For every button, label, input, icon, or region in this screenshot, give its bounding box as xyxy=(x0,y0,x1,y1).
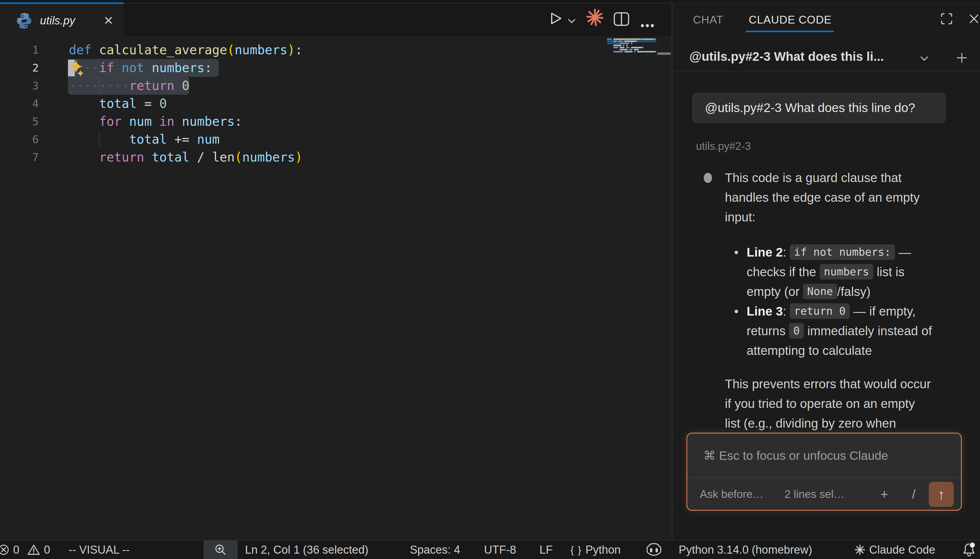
vim-mode-indicator[interactable]: -- VISUAL -- xyxy=(69,541,130,559)
minimap-token xyxy=(631,47,642,48)
cursor-position-indicator[interactable]: Ln 2, Col 1 (36 selected) xyxy=(245,541,368,559)
list-item-line: attempting to calculate xyxy=(747,341,969,361)
code-token: total xyxy=(99,96,136,111)
copilot-status[interactable] xyxy=(646,541,662,559)
tab-claude-code[interactable]: CLAUDE CODE xyxy=(749,14,831,26)
permission-mode-button[interactable]: Ask before… xyxy=(700,478,764,511)
code-token xyxy=(152,114,159,129)
problems-indicator[interactable]: 0 0 xyxy=(0,541,50,559)
code-token xyxy=(204,150,212,164)
warning-icon xyxy=(27,544,40,556)
tab-filename: utils.py xyxy=(40,14,75,27)
minimap-token xyxy=(629,49,632,50)
chat-text: This code is a guard clause that xyxy=(725,171,902,185)
selection-context-button[interactable]: 2 lines sel… xyxy=(785,478,845,511)
chat-text: list is xyxy=(873,265,905,279)
minimap-token xyxy=(636,41,637,42)
paragraph-line: if you tried to operate on an empty xyxy=(725,394,969,413)
line-number: 4 xyxy=(0,95,39,112)
session-selector[interactable]: @utils.py#2-3 What does this li... xyxy=(673,42,980,71)
list-item: •Line 3: return 0 — if empty,returns 0 i… xyxy=(685,301,969,361)
chat-text: returns xyxy=(747,324,789,338)
code-token: def xyxy=(69,43,99,57)
prompt-toolbar: Ask before… 2 lines sel… + / ↑ xyxy=(687,478,961,511)
minimap-token xyxy=(613,51,623,53)
chat-text: list (e.g., dividing by zero when xyxy=(725,416,896,430)
code-token xyxy=(137,96,144,111)
braces-icon: { } xyxy=(571,544,582,556)
paragraph-line: This prevents errors that would occur xyxy=(725,374,969,394)
python-interpreter-indicator[interactable]: Python 3.14.0 (homebrew) xyxy=(679,541,812,559)
minimap-selection xyxy=(607,42,620,45)
split-editor-icon[interactable] xyxy=(613,7,630,31)
chat-text: This prevents errors that would occur xyxy=(725,377,931,391)
session-dropdown-chevron-icon[interactable] xyxy=(919,53,930,65)
tab-utils-py[interactable]: utils.py ✕ xyxy=(0,2,124,38)
zoom-indicator[interactable] xyxy=(204,541,238,559)
language-mode-indicator[interactable]: { } Python xyxy=(571,541,621,559)
code-token: numbers xyxy=(152,61,204,75)
chat-text: /falsy) xyxy=(837,284,871,299)
list-bullet: • xyxy=(734,243,738,262)
paragraph-line: This code is a guard clause that xyxy=(725,168,969,188)
code-token: += xyxy=(174,132,190,147)
code-token xyxy=(114,61,122,75)
paragraph-line: input: xyxy=(725,207,969,227)
vscode-window: utils.py ✕ 1234567 xyxy=(0,0,980,559)
send-button[interactable]: ↑ xyxy=(929,482,954,507)
code-token xyxy=(152,96,159,111)
minimap-token xyxy=(623,45,624,46)
claude-asterisk-icon xyxy=(854,544,866,556)
more-actions-icon[interactable] xyxy=(640,14,655,38)
context-reference: utils.py#2-3 xyxy=(696,140,969,152)
list-item-line: empty (or None/falsy) xyxy=(747,282,969,301)
tab-chat[interactable]: CHAT xyxy=(693,14,723,26)
minimap[interactable] xyxy=(607,38,656,98)
user-message-bubble: @utils.py#2-3 What does this line do? xyxy=(692,93,946,123)
assistant-paragraph: This code is a guard clause thathandles … xyxy=(685,168,969,227)
tab-close-icon[interactable]: ✕ xyxy=(101,13,116,28)
inline-code-chip: 0 xyxy=(789,323,804,339)
claude-prompt-box[interactable]: ⌘ Esc to focus or unfocus Claude Ask bef… xyxy=(686,433,962,511)
chat-text: immediately instead of xyxy=(804,324,932,338)
code-token xyxy=(122,114,129,129)
maximize-panel-icon[interactable] xyxy=(940,12,954,27)
chat-text: checks if the xyxy=(747,265,819,279)
attach-button[interactable]: + xyxy=(881,478,888,511)
active-tab-underline xyxy=(746,31,834,32)
inline-code-chip: if not numbers: xyxy=(790,244,895,260)
code-editor[interactable]: 1234567 def calculate_average(numbers): … xyxy=(0,38,672,540)
error-count: 0 xyxy=(13,544,19,556)
line-number: 6 xyxy=(0,131,39,149)
claude-code-status[interactable]: Claude Code xyxy=(854,541,935,559)
encoding-indicator[interactable]: UTF-8 xyxy=(484,541,516,559)
code-token: ( xyxy=(235,150,242,164)
code-token: return xyxy=(99,150,144,164)
close-panel-icon[interactable] xyxy=(968,13,980,26)
warning-count: 0 xyxy=(44,544,50,556)
minimap-token xyxy=(620,43,629,44)
slash-command-button[interactable]: / xyxy=(912,478,915,511)
code-token xyxy=(167,132,174,147)
chat-text: — if empty, xyxy=(850,304,915,318)
eol-indicator[interactable]: LF xyxy=(540,541,553,559)
list-bullet: • xyxy=(734,301,738,321)
indent-guide xyxy=(99,131,99,147)
indentation-indicator[interactable]: Spaces: 4 xyxy=(410,541,460,559)
status-bar: 0 0 -- VISUAL -- Ln 2, Col 1 (36 selecte… xyxy=(0,540,980,559)
code-line: if not numbers: xyxy=(69,59,212,77)
run-dropdown-chevron-icon[interactable] xyxy=(566,9,578,33)
line-number: 7 xyxy=(0,149,39,166)
new-chat-icon[interactable] xyxy=(955,51,968,66)
minimap-token xyxy=(642,47,644,48)
code-token: len xyxy=(212,150,235,164)
code-token: 0 xyxy=(159,96,167,111)
code-token: numbers xyxy=(182,114,235,129)
claude-code-starburst-icon[interactable] xyxy=(585,5,605,29)
code-token: calculate_average xyxy=(99,43,227,57)
code-token xyxy=(144,150,152,164)
code-token: for xyxy=(99,114,122,129)
prompt-placeholder[interactable]: ⌘ Esc to focus or unfocus Claude xyxy=(704,448,888,463)
run-button[interactable] xyxy=(546,7,564,30)
notifications-bell[interactable] xyxy=(962,541,977,559)
